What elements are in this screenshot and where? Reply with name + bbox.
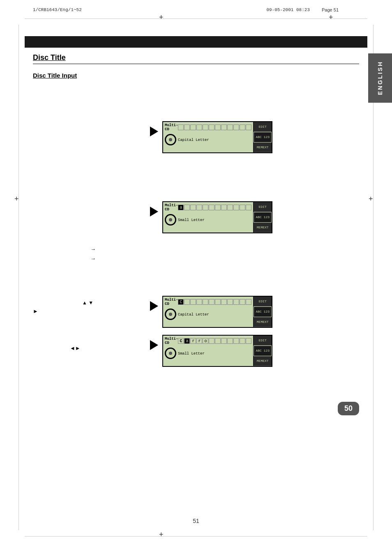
lcd-char-cell [209, 299, 214, 305]
crosshair-bottom [160, 533, 167, 539]
lcd-btn-abc-4[interactable]: ABC 123 [254, 345, 272, 356]
lcd-char-cell [190, 124, 196, 130]
lcd-char-cell-a: a [178, 205, 184, 210]
lcd-label-2: Multi-CD [165, 203, 178, 212]
lcd-char-cell [233, 299, 239, 305]
lcd-panel-2-inner: Multi-CD a Small Letter [163, 202, 253, 233]
lcd-btn-memext-4[interactable]: MEMEXT [254, 356, 272, 366]
lcd-label-1: Multi-CD [165, 123, 178, 131]
lcd-char-cell [209, 124, 214, 130]
lcd-char-cell [178, 124, 184, 130]
lcd-char-cell [196, 299, 202, 305]
lcd-cd-row-3: Capital Letter [165, 309, 251, 320]
lcd-chars-2: a [178, 205, 251, 210]
lcd-char-cell [196, 205, 202, 210]
lcd-label-4: Multi-CD [165, 337, 178, 345]
arrow-symbol-1: → [90, 244, 96, 254]
top-meta-left: 1/CRB1643/Eng/1~52 [33, 7, 82, 12]
crosshair-top-right [330, 16, 337, 22]
lcd-cd-row-2: Small Letter [165, 214, 251, 226]
lcd-bottom-text-4: Small Letter [176, 352, 205, 356]
lcd-char-cell [233, 205, 239, 210]
lcd-panel-1: Multi-CD Capital Letter EDIT ABC 123 [162, 121, 272, 153]
cd-icon-1 [165, 134, 176, 145]
page-badge: 50 [338, 402, 359, 415]
lcd-char-cell [209, 205, 214, 210]
cd-icon-2 [165, 214, 176, 226]
lcd-char-cell [221, 124, 227, 130]
lcd-btn-abc-1[interactable]: ABC 123 [254, 132, 272, 142]
lcd-char-cell [227, 299, 233, 305]
lcd-panel-4-inner: Multi-CD C a r r o Small Letter [163, 336, 253, 366]
lcd-char-cell [209, 338, 214, 344]
lcd-btn-memext-2[interactable]: MEMEXT [254, 223, 272, 233]
lcd-char-cell [246, 338, 251, 344]
lcd-panel-1-inner: Multi-CD Capital Letter [163, 122, 253, 152]
lcd-side-btns-4: EDIT ABC 123 MEMEXT [253, 336, 272, 366]
side-tab-text: ENGLISH [377, 61, 383, 95]
margin-line-left [18, 25, 19, 530]
lcd-top-row-3: Multi-CD C [165, 298, 251, 306]
lcd-cd-row-1: Capital Letter [165, 134, 251, 145]
english-side-tab: ENGLISH [368, 53, 392, 103]
lcd-char-cell [240, 124, 245, 130]
lcd-char-cell-o: o [203, 338, 208, 344]
margin-line-top [25, 18, 367, 19]
updown-label: ▲ ▼ [82, 300, 93, 306]
lcd-char-cell [240, 205, 245, 210]
lcd-btn-edit-2[interactable]: EDIT [254, 202, 272, 212]
lcd-char-cell [215, 299, 221, 305]
lcd-chars-4: C a r r o [178, 338, 251, 344]
lcd-char-cell [246, 299, 251, 305]
lcd-btn-memext-3[interactable]: MEMEXT [254, 317, 272, 327]
lcd-panel-3: Multi-CD C Capital Letter EDIT ABC 12 [162, 296, 272, 328]
lcd-char-cell [221, 205, 227, 210]
lcd-char-cell [190, 205, 196, 210]
lcd-char-cell [203, 205, 208, 210]
lcd-char-cell-a2: a [184, 338, 190, 344]
lcd-char-cell [246, 205, 251, 210]
lcd-char-cell-C2: C [178, 338, 184, 344]
lcd-bottom-text-2: Small Letter [176, 218, 205, 222]
lcd-panel-2: Multi-CD a Small Letter EDIT ABC 123 [162, 201, 272, 233]
lcd-side-btns-1: EDIT ABC 123 MEMEXT [253, 122, 272, 152]
forward-label: ► [33, 308, 38, 314]
lcd-btn-edit-4[interactable]: EDIT [254, 336, 272, 345]
lcd-chars-1 [178, 124, 251, 130]
leftright-label: ◄► [70, 345, 81, 351]
lcd-btn-abc-3[interactable]: ABC 123 [254, 306, 272, 317]
lcd-label-3: Multi-CD [165, 298, 178, 306]
lcd-char-cell [190, 299, 196, 305]
lcd-char-cell [246, 124, 251, 130]
top-meta-date: 09-05-2001 08:23 [266, 7, 310, 12]
lcd-top-row-1: Multi-CD [165, 123, 251, 131]
lcd-char-cell-C: C [178, 299, 184, 305]
arrow-symbols-block: → → [90, 244, 96, 264]
top-meta-page: Page 51 [322, 7, 339, 12]
lcd-char-cell [215, 205, 221, 210]
lcd-side-btns-3: EDIT ABC 123 MEMEXT [253, 297, 272, 327]
divider-line [33, 64, 359, 64]
lcd-char-cell [184, 124, 190, 130]
lcd-btn-edit-3[interactable]: EDIT [254, 297, 272, 306]
disc-title-input-heading: Disc Title Input [33, 72, 77, 79]
page-number-bottom: 51 [193, 518, 199, 524]
crosshair-mid-right [370, 197, 376, 204]
lcd-char-cell-r2: r [196, 338, 202, 344]
crosshair-mid-left [16, 197, 22, 204]
lcd-char-cell [203, 299, 208, 305]
cd-icon-4 [165, 348, 176, 359]
lcd-char-cell [233, 338, 239, 344]
lcd-btn-abc-2[interactable]: ABC 123 [254, 212, 272, 222]
lcd-cd-row-4: Small Letter [165, 348, 251, 359]
crosshair-top [160, 16, 167, 22]
lcd-char-cell-r1: r [190, 338, 196, 344]
lcd-panel-4: Multi-CD C a r r o Small Letter EDIT ABC [162, 335, 272, 367]
lcd-char-cell [221, 299, 227, 305]
lcd-btn-memext-1[interactable]: MEMEXT [254, 143, 272, 152]
lcd-char-cell [184, 205, 190, 210]
margin-line-bottom [25, 536, 367, 537]
lcd-char-cell [221, 338, 227, 344]
lcd-btn-edit-1[interactable]: EDIT [254, 122, 272, 132]
lcd-chars-3: C [178, 299, 251, 305]
